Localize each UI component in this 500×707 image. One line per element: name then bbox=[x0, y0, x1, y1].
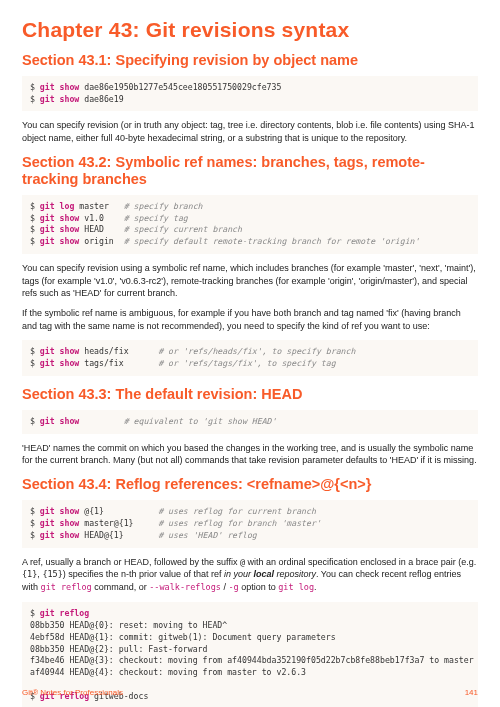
page-number: 141 bbox=[465, 688, 478, 697]
section-1-paragraph: You can specify revision (or in truth an… bbox=[22, 119, 478, 144]
code-block-s2b: $ git show heads/fix # or 'refs/heads/fi… bbox=[22, 340, 478, 376]
code-block-s1: $ git show dae86e1950b1277e545cee1805517… bbox=[22, 76, 478, 112]
section-2-paragraph-2: If the symbolic ref name is ambiguous, f… bbox=[22, 307, 478, 332]
section-2-title: Section 43.2: Symbolic ref names: branch… bbox=[22, 154, 478, 187]
chapter-title: Chapter 43: Git revisions syntax bbox=[22, 18, 478, 42]
section-4-paragraph: A ref, usually a branch or HEAD, followe… bbox=[22, 556, 478, 594]
section-3-title: Section 43.3: The default revision: HEAD bbox=[22, 386, 478, 403]
section-1-title: Section 43.1: Specifying revision by obj… bbox=[22, 52, 478, 69]
git-log-cmd: git log bbox=[278, 582, 314, 592]
code-block-s2a: $ git log master # specify branch $ git … bbox=[22, 195, 478, 255]
g-opt: -g bbox=[228, 582, 238, 592]
code-block-s4a: $ git show @{1} # uses reflog for curren… bbox=[22, 500, 478, 548]
footer-left: Git® Notes for Professionals bbox=[22, 688, 123, 697]
section-4-title: Section 43.4: Reflog references: <refnam… bbox=[22, 476, 478, 493]
section-3-paragraph: 'HEAD' names the commit on which you bas… bbox=[22, 442, 478, 467]
git-reflog-cmd: git reflog bbox=[41, 582, 92, 592]
code-block-s3: $ git show # equivalent to 'git show HEA… bbox=[22, 410, 478, 434]
section-2-paragraph-1: You can specify revision using a symboli… bbox=[22, 262, 478, 299]
page-footer: Git® Notes for Professionals 141 bbox=[22, 688, 478, 697]
walk-reflogs-opt: --walk-reflogs bbox=[149, 582, 221, 592]
